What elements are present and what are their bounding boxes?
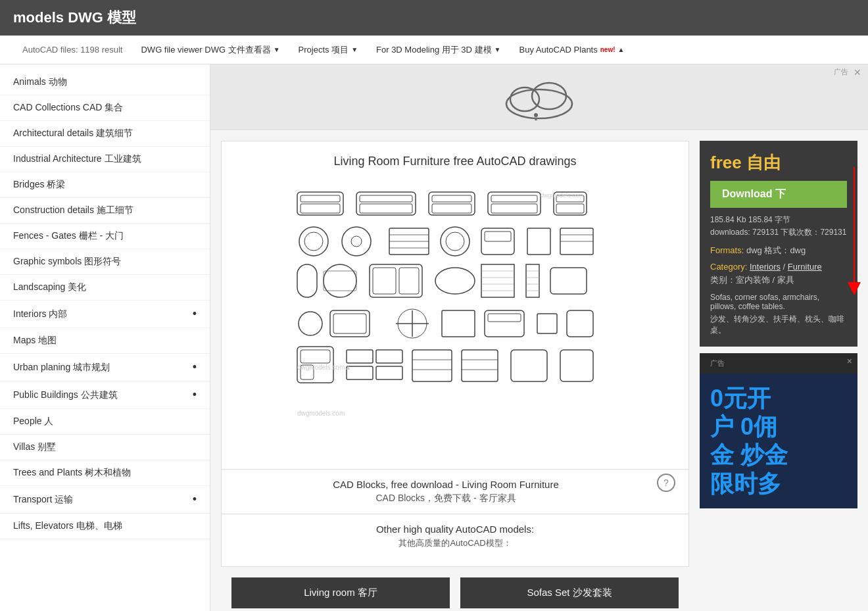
ad-close-button[interactable]: ✕	[854, 67, 861, 78]
sidebar-item-bridges[interactable]: Bridges 桥梁	[0, 172, 210, 198]
svg-rect-41	[399, 268, 419, 294]
svg-point-2	[532, 83, 566, 109]
site-title: models DWG 模型	[13, 9, 136, 26]
nav-buy-plants[interactable]: Buy AutoCAD Plants new! ▲	[510, 37, 634, 62]
caption-text: CAD Blocks, free download - Living Room …	[235, 479, 657, 504]
svg-rect-72	[412, 350, 452, 381]
dropdown-caret: ▲	[618, 46, 625, 53]
svg-rect-7	[301, 204, 340, 213]
other-models-title: Other high quality AutoCAD models:	[235, 524, 675, 535]
drawing-column: Living Room Furniture free AutoCAD drawi…	[221, 141, 689, 611]
svg-rect-12	[432, 195, 471, 202]
svg-rect-13	[432, 204, 471, 213]
sidebar-item-cad-collections[interactable]: CAD Collections CAD 集合	[0, 95, 210, 121]
sidebar-item-urban[interactable]: Urban planing 城市规划 •	[0, 354, 210, 381]
sidebar-item-animals[interactable]: Animals 动物	[0, 70, 210, 95]
nav-dwg-viewer[interactable]: DWG file viewer DWG 文件查看器 ▼	[132, 36, 289, 64]
svg-point-3	[534, 113, 538, 117]
svg-rect-75	[462, 350, 498, 381]
svg-point-23	[351, 236, 362, 247]
download-button[interactable]: Download 下	[710, 181, 847, 208]
sidebar: Animals 动物 CAD Collections CAD 集合 Archit…	[0, 64, 210, 611]
sidebar-item-public[interactable]: Public Buildings 公共建筑 •	[0, 381, 210, 409]
svg-rect-36	[297, 264, 317, 297]
site-header: models DWG 模型	[0, 0, 868, 36]
submenu-dot: •	[193, 388, 197, 402]
svg-point-54	[299, 312, 322, 335]
living-room-button[interactable]: Living room 客厅	[231, 577, 450, 608]
help-button[interactable]: ?	[657, 474, 675, 492]
other-models: Other high quality AutoCAD models: 其他高质量…	[221, 514, 689, 567]
ad-side-panel: 广告 × 0元开户 0佣金 炒金限时多	[700, 353, 857, 508]
sidebar-item-trees[interactable]: Trees and Plants 树木和植物	[0, 460, 210, 486]
ad-banner: 广告 ✕	[210, 64, 868, 130]
sidebar-item-people[interactable]: People 人	[0, 409, 210, 435]
svg-text:dwgmodels.com▲: dwgmodels.com▲	[297, 364, 351, 371]
ad-panel-close-button[interactable]: ×	[847, 356, 852, 366]
svg-point-20	[299, 227, 328, 256]
sidebar-item-fences[interactable]: Fences - Gates 栅栏 - 大门	[0, 224, 210, 249]
sidebar-item-lifts[interactable]: Lifts, Elevators 电梯、电梯	[0, 514, 210, 539]
ad-big-text: 0元开户 0佣金 炒金限时多	[710, 384, 847, 498]
description-zh: 沙发、转角沙发、扶手椅、枕头、咖啡桌。	[710, 314, 847, 336]
svg-rect-37	[324, 264, 356, 297]
sofas-set-button[interactable]: Sofas Set 沙发套装	[460, 577, 679, 608]
svg-point-28	[441, 227, 470, 256]
sidebar-item-transport[interactable]: Transport 运输 •	[0, 486, 210, 514]
other-models-zh: 其他高质量的AutoCAD模型：	[235, 537, 675, 549]
svg-rect-66	[301, 350, 330, 363]
main-content: 广告 ✕ Living Room Furniture free AutoCAD …	[210, 64, 868, 611]
svg-rect-16	[491, 204, 537, 213]
svg-rect-56	[333, 314, 366, 333]
svg-rect-43	[481, 264, 514, 297]
svg-rect-61	[485, 310, 524, 337]
dropdown-caret: ▼	[494, 46, 501, 53]
category-label: Category:	[710, 262, 747, 272]
ad-panel-label: 广告	[705, 356, 730, 371]
nav-3d-modeling[interactable]: For 3D Modeling 用于 3D 建模 ▼	[367, 36, 510, 64]
nav-projects[interactable]: Projects 项目 ▼	[289, 36, 367, 64]
category-link-furniture[interactable]: Furniture	[788, 262, 822, 272]
svg-rect-70	[376, 350, 402, 363]
file-format: Formats: dwg 格式：dwg	[710, 245, 847, 257]
svg-point-29	[446, 232, 464, 251]
svg-rect-68	[347, 350, 373, 363]
svg-rect-60	[442, 310, 475, 337]
file-size: 185.84 Kb 185.84 字节	[710, 214, 847, 226]
red-arrow-indicator	[844, 167, 864, 299]
description-en: Sofas, corner sofas, armchairs, pillows,…	[710, 293, 847, 311]
svg-rect-40	[373, 268, 396, 294]
svg-rect-71	[376, 366, 402, 379]
sidebar-item-architectural[interactable]: Architectural details 建筑细节	[0, 121, 210, 147]
submenu-dot: •	[193, 493, 197, 506]
drawing-image-area: dwgmodels.com▲ dwgmodels.com dwgmodels.c…	[235, 179, 675, 429]
sidebar-item-maps[interactable]: Maps 地图	[0, 328, 210, 354]
svg-rect-9	[360, 195, 412, 202]
submenu-dot: •	[193, 307, 197, 321]
right-column: free 自由 Download 下 185.84 Kb 185.84 字节 d…	[689, 141, 857, 611]
sidebar-item-graphic[interactable]: Graphic symbols 图形符号	[0, 249, 210, 275]
svg-text:dwgmodels.com: dwgmodels.com	[297, 410, 345, 417]
sidebar-item-villas[interactable]: Villas 别墅	[0, 435, 210, 460]
sidebar-item-construction[interactable]: Construction details 施工细节	[0, 198, 210, 224]
svg-text:dwgmodels.com: dwgmodels.com	[541, 192, 583, 199]
svg-point-42	[435, 268, 475, 294]
svg-rect-38	[324, 271, 356, 291]
svg-rect-31	[485, 232, 511, 241]
download-count: downloads: 729131 下载次数：729131	[710, 227, 847, 238]
sidebar-item-industrial[interactable]: Industrial Architecture 工业建筑	[0, 147, 210, 172]
svg-rect-55	[330, 310, 370, 337]
cloud-icon	[500, 74, 579, 120]
sidebar-item-interiors[interactable]: Interiors 内部 •	[0, 301, 210, 328]
category-link-interiors[interactable]: Interiors	[750, 262, 781, 272]
main-layout: Animals 动物 CAD Collections CAD 集合 Archit…	[0, 64, 868, 611]
sidebar-item-landscaping[interactable]: Landscaping 美化	[0, 275, 210, 301]
new-badge: new!	[600, 46, 615, 53]
bottom-buttons: Living room 客厅 Sofas Set 沙发套装	[221, 567, 689, 611]
svg-rect-32	[527, 228, 550, 255]
svg-rect-48	[526, 264, 539, 297]
dropdown-caret: ▼	[351, 46, 358, 53]
svg-rect-53	[550, 268, 587, 294]
svg-point-4	[535, 119, 537, 120]
svg-rect-15	[491, 195, 537, 202]
